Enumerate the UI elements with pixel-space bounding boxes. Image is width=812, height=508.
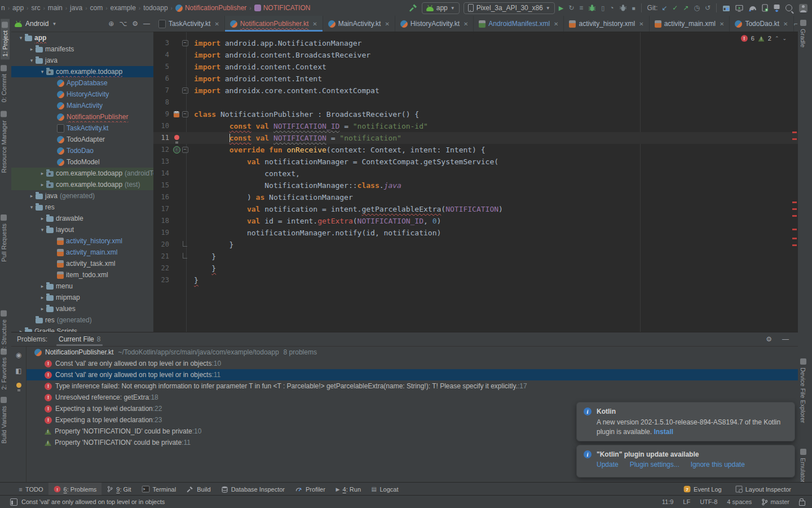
close-tab-icon[interactable]: ✕ [214, 21, 219, 27]
xml-icon[interactable]: <> [174, 111, 179, 117]
tree-item-res[interactable]: res(generated) [11, 314, 153, 326]
line-number[interactable]: 13 [153, 156, 172, 168]
notification-link-ignore-this-update[interactable]: Ignore this update [691, 461, 745, 468]
tree-item-activity-main-xml[interactable]: activity_main.xml [11, 247, 153, 258]
profile-avatar-icon[interactable] [799, 4, 807, 12]
notification-link-update[interactable]: Update [597, 461, 619, 468]
breadcrumb-item[interactable]: example [110, 4, 135, 12]
close-tab-icon[interactable]: ✕ [385, 21, 389, 27]
stripe-emulator[interactable]: Emulator [800, 449, 806, 483]
tree-item-gradle-scripts[interactable]: ▸Gradle Scripts [11, 326, 153, 332]
close-tab-icon[interactable]: ✕ [639, 21, 643, 27]
problem-row[interactable]: !Unresolved reference: getExtra :18 [27, 392, 798, 403]
line-number[interactable]: 5 [153, 61, 172, 73]
tree-item-taskactivity-kt[interactable]: TaskActivity.kt [11, 122, 153, 134]
editor-tab-mainactivity-kt[interactable]: MainActivity.kt✕ [323, 16, 395, 32]
editor-tab-activity-main-xml[interactable]: activity_main.xml✕ [650, 16, 730, 32]
options-gear-icon[interactable]: ⚙ [766, 335, 772, 343]
error-stripe-mark[interactable] [792, 138, 797, 140]
tree-item-mipmap[interactable]: ▸mipmap [11, 292, 153, 303]
collapse-all-icon[interactable]: ⌥ [119, 20, 127, 28]
preview-panel-icon[interactable]: ◧ [15, 367, 21, 375]
stripe-0-commit[interactable]: 0: Commit [1, 65, 7, 102]
search-everywhere-icon[interactable] [785, 5, 792, 11]
line-number[interactable]: 11 [153, 132, 172, 144]
commit-icon[interactable]: ✓ [672, 4, 678, 12]
toolwindow-button-4-run[interactable]: ▶4: Run [330, 483, 366, 496]
fold-marker-icon[interactable]: − [182, 40, 188, 46]
stripe-pull-requests[interactable]: Pull Requests [1, 214, 7, 262]
build-hammer-icon[interactable] [409, 3, 418, 12]
sdk-manager-icon[interactable] [773, 4, 780, 12]
error-stripe-mark[interactable] [792, 244, 797, 246]
problems-file-row[interactable]: NotificationPublisher.kt~/TodoKotlin/app… [27, 347, 798, 358]
tree-chevron-icon[interactable]: ▾ [28, 204, 36, 210]
rerun-debug-icon[interactable] [619, 4, 627, 12]
tree-chevron-icon[interactable]: ▾ [17, 35, 25, 41]
tree-item-com-example-todoapp[interactable]: ▸com.example.todoapp(test) [11, 179, 153, 190]
editor-tab-taskactivity-kt[interactable]: TaskActivity.kt✕ [153, 16, 225, 32]
stripe-device-file-explorer[interactable]: Device File Explorer [800, 358, 806, 423]
attach-debugger-icon[interactable]: ▯ [601, 5, 604, 12]
tool-window-toggle-icon[interactable] [10, 498, 17, 506]
caret-position[interactable]: 11:9 [662, 498, 674, 505]
fold-marker-icon[interactable]: − [182, 147, 188, 153]
editor-tab-historyactivity-kt[interactable]: HistoryActivity.kt✕ [395, 16, 474, 32]
error-stripe-mark[interactable] [792, 132, 797, 133]
line-ending[interactable]: LF [683, 498, 690, 505]
fold-marker-icon[interactable]: − [182, 87, 188, 94]
fold-end-icon[interactable] [183, 253, 187, 259]
run-icon[interactable]: ▶ [559, 5, 563, 12]
view-options-icon[interactable]: ◉ [16, 351, 21, 359]
indent-style[interactable]: 4 spaces [727, 498, 752, 505]
tree-item-app[interactable]: ▾app [11, 32, 153, 43]
tree-item-manifests[interactable]: ▸manifests [11, 43, 153, 55]
line-number[interactable]: 8 [153, 97, 172, 108]
stripe-build-variants[interactable]: Build Variants [1, 397, 7, 444]
close-tab-icon[interactable]: ✕ [312, 21, 317, 27]
problem-row[interactable]: !Const 'val' are only allowed on top lev… [27, 358, 798, 369]
hide-panel-icon[interactable]: — [143, 20, 150, 28]
override-marker-icon[interactable]: ↑ [173, 146, 180, 154]
tree-item-mainactivity[interactable]: MainActivity [11, 100, 153, 111]
line-number[interactable]: 18 [153, 215, 172, 227]
tree-item-java[interactable]: ▾java [11, 55, 153, 66]
tab-options-icon[interactable]: ⌐ [794, 20, 802, 28]
toolwindow-button-terminal[interactable]: >Terminal [136, 483, 182, 496]
tree-item-drawable[interactable]: ▸drawable [11, 213, 153, 224]
lock-icon[interactable] [799, 501, 805, 506]
line-number[interactable]: 10 [153, 120, 172, 132]
line-number[interactable]: 3 [153, 37, 172, 49]
tree-item-todoadapter[interactable]: TodoAdapter [11, 134, 153, 145]
tree-item-activity-task-xml[interactable]: activity_task.xml [11, 258, 153, 269]
history-icon[interactable]: ◷ [694, 4, 699, 12]
line-number[interactable]: 19 [153, 227, 172, 239]
editor-tab-tododao-kt[interactable]: TodoDao.kt✕ [730, 16, 793, 32]
toolwindow-button-6-problems[interactable]: !6: Problems [48, 483, 102, 496]
close-tab-icon[interactable]: ✕ [554, 21, 558, 27]
next-problem-icon[interactable]: ⌄ [782, 36, 787, 41]
tree-item-todomodel[interactable]: TodoModel [11, 156, 153, 168]
tree-chevron-icon[interactable]: ▸ [38, 306, 46, 312]
error-stripe-mark[interactable] [792, 215, 797, 217]
project-view-selector[interactable]: Android [25, 20, 48, 28]
error-stripe[interactable] [791, 32, 798, 332]
tree-item-layout[interactable]: ▾layout [11, 224, 153, 235]
run-config-selector[interactable]: app ▼ [422, 2, 460, 14]
stop-icon[interactable]: ■ [632, 5, 636, 11]
line-number[interactable]: 15 [153, 179, 172, 191]
device-selector[interactable]: Pixel_3a_API_30_x86 ▼ [464, 2, 555, 14]
prev-problem-icon[interactable]: ⌃ [775, 36, 779, 41]
toolwindow-button-todo[interactable]: ≡TODO [14, 483, 48, 496]
breadcrumb-item[interactable]: com [90, 4, 103, 12]
line-number[interactable]: 14 [153, 168, 172, 179]
stripe-2-favorites[interactable]: 2: Favorites [1, 348, 7, 389]
problem-row[interactable]: !Type inference failed: Not enough infor… [27, 380, 798, 392]
breadcrumb-item[interactable]: n [1, 4, 5, 12]
tree-chevron-icon[interactable]: ▾ [28, 58, 36, 63]
line-number[interactable]: 22 [153, 262, 172, 274]
toolwindow-button-event-log[interactable]: 7Event Log [678, 483, 727, 496]
tab-current-file[interactable]: Current File 8 [55, 332, 104, 346]
tree-item-java[interactable]: ▸java(generated) [11, 190, 153, 202]
fold-end-icon[interactable] [183, 241, 187, 247]
